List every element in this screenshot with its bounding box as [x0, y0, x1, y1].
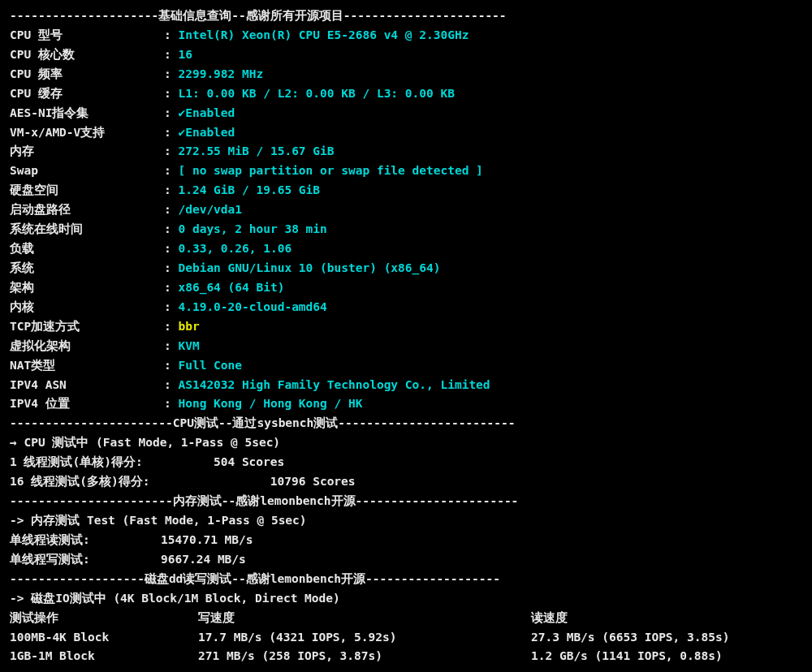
info-row: NAT类型: Full Cone — [10, 356, 802, 376]
info-value: 0.33, 0.26, 1.06 — [178, 242, 292, 255]
info-row: Swap: [ no swap partition or swap file d… — [10, 162, 802, 181]
info-row: 架构: x86_64 (64 Bit) — [10, 278, 802, 298]
colon: : — [164, 378, 178, 391]
disk-test-rows: 100MB-4K Block17.7 MB/s (4321 IOPS, 5.92… — [10, 628, 802, 667]
info-row: 虚拟化架构: KVM — [10, 337, 802, 356]
disk-op: 100MB-4K Block — [10, 628, 198, 648]
colon: : — [164, 281, 178, 294]
info-row: 内核: 4.19.0-20-cloud-amd64 — [10, 298, 802, 317]
basic-info-list: CPU 型号: Intel(R) Xeon(R) CPU E5-2686 v4 … — [10, 26, 802, 414]
colon: : — [164, 397, 178, 410]
check-icon: ✔ — [178, 106, 185, 119]
colon: : — [164, 300, 178, 313]
cpu-test-subheader: → CPU 测试中 (Fast Mode, 1-Pass @ 5sec) — [10, 433, 802, 453]
info-value: [ no swap partition or swap file detecte… — [178, 164, 482, 177]
memory-read-test: 单线程读测试: 15470.71 MB/s — [10, 531, 802, 550]
info-label: 虚拟化架构 — [10, 337, 164, 356]
colon: : — [164, 106, 178, 119]
colon: : — [164, 87, 178, 100]
colon: : — [164, 222, 178, 235]
disk-test-subheader: -> 磁盘IO测试中 (4K Block/1M Block, Direct Mo… — [10, 589, 802, 609]
info-value: 272.55 MiB / 15.67 GiB — [178, 144, 334, 157]
disk-write: 271 MB/s (258 IOPS, 3.87s) — [198, 647, 531, 666]
colon: : — [164, 320, 178, 333]
memory-write-test: 单线程写测试: 9667.24 MB/s — [10, 550, 802, 570]
info-value: Debian GNU/Linux 10 (buster) (x86_64) — [178, 261, 440, 274]
info-label: VM-x/AMD-V支持 — [10, 123, 164, 143]
memory-test-subheader: -> 内存测试 Test (Fast Mode, 1-Pass @ 5sec) — [10, 511, 802, 531]
info-row: CPU 频率: 2299.982 MHz — [10, 65, 802, 84]
info-row: IPV4 位置: Hong Kong / Hong Kong / HK — [10, 394, 802, 414]
info-label: 负载 — [10, 239, 164, 259]
cpu-test-single-thread: 1 线程测试(单核)得分: 504 Scores — [10, 453, 802, 472]
disk-row: 100MB-4K Block17.7 MB/s (4321 IOPS, 5.92… — [10, 628, 802, 648]
info-label: 内核 — [10, 298, 164, 317]
disk-read: 27.3 MB/s (6653 IOPS, 3.85s) — [531, 628, 802, 648]
info-row: 系统在线时间: 0 days, 2 hour 38 min — [10, 220, 802, 239]
info-value: Hong Kong / Hong Kong / HK — [178, 397, 362, 410]
colon: : — [164, 28, 178, 41]
disk-test-table-header: 测试操作 写速度 读速度 — [10, 609, 802, 628]
info-label: NAT类型 — [10, 356, 164, 376]
colon: : — [164, 242, 178, 255]
colon: : — [164, 164, 178, 177]
colon: : — [164, 261, 178, 274]
colon: : — [164, 183, 178, 196]
info-label: TCP加速方式 — [10, 317, 164, 337]
disk-header-write: 写速度 — [198, 609, 531, 628]
info-row: TCP加速方式: bbr — [10, 317, 802, 337]
info-row: CPU 缓存: L1: 0.00 KB / L2: 0.00 KB / L3: … — [10, 84, 802, 104]
info-label: Swap — [10, 162, 164, 181]
info-row: AES-NI指令集: ✔Enabled — [10, 104, 802, 123]
info-value: AS142032 High Family Technology Co., Lim… — [178, 378, 490, 391]
disk-write: 17.7 MB/s (4321 IOPS, 5.92s) — [198, 628, 531, 648]
info-row: 内存: 272.55 MiB / 15.67 GiB — [10, 142, 802, 162]
info-label: CPU 缓存 — [10, 84, 164, 104]
disk-header-read: 读速度 — [531, 609, 802, 628]
info-label: IPV4 位置 — [10, 394, 164, 414]
info-row: CPU 核心数: 16 — [10, 45, 802, 65]
info-value: bbr — [178, 320, 199, 333]
info-row: CPU 型号: Intel(R) Xeon(R) CPU E5-2686 v4 … — [10, 26, 802, 45]
info-value: Enabled — [185, 126, 235, 139]
info-value: 0 days, 2 hour 38 min — [178, 222, 326, 235]
info-row: 负载: 0.33, 0.26, 1.06 — [10, 239, 802, 259]
disk-read: 1.2 GB/s (1141 IOPS, 0.88s) — [531, 647, 802, 666]
info-row: VM-x/AMD-V支持: ✔Enabled — [10, 123, 802, 143]
colon: : — [164, 359, 178, 372]
section-memory-test-header: -----------------------内存测试--感谢lemonbenc… — [10, 492, 802, 511]
info-label: 系统 — [10, 259, 164, 278]
colon: : — [164, 67, 178, 80]
info-label: CPU 型号 — [10, 26, 164, 45]
disk-header-op: 测试操作 — [10, 609, 198, 628]
info-value: 4.19.0-20-cloud-amd64 — [178, 300, 326, 313]
section-disk-test-header: -------------------磁盘dd读写测试--感谢lemonbenc… — [10, 570, 802, 589]
info-value: L1: 0.00 KB / L2: 0.00 KB / L3: 0.00 KB — [178, 87, 454, 100]
info-label: CPU 频率 — [10, 65, 164, 84]
disk-row: 1GB-1M Block271 MB/s (258 IOPS, 3.87s)1.… — [10, 647, 802, 666]
info-value: 1.24 GiB / 19.65 GiB — [178, 183, 320, 196]
info-value: Enabled — [185, 106, 235, 119]
info-row: IPV4 ASN: AS142032 High Family Technolog… — [10, 376, 802, 395]
info-label: IPV4 ASN — [10, 376, 164, 395]
colon: : — [164, 126, 178, 139]
info-label: 架构 — [10, 278, 164, 298]
colon: : — [164, 48, 178, 61]
section-cpu-test-header: -----------------------CPU测试--通过sysbench… — [10, 414, 802, 433]
info-label: 系统在线时间 — [10, 220, 164, 239]
info-label: 硬盘空间 — [10, 181, 164, 200]
section-basic-info-header: ---------------------基础信息查询--感谢所有开源项目---… — [10, 6, 802, 26]
check-icon: ✔ — [178, 126, 185, 139]
cpu-test-multi-thread: 16 线程测试(多核)得分: 10796 Scores — [10, 472, 802, 492]
colon: : — [164, 339, 178, 352]
colon: : — [164, 203, 178, 216]
info-value: /dev/vda1 — [178, 203, 242, 216]
info-label: CPU 核心数 — [10, 45, 164, 65]
info-label: AES-NI指令集 — [10, 104, 164, 123]
info-value: Intel(R) Xeon(R) CPU E5-2686 v4 @ 2.30GH… — [178, 28, 469, 41]
info-row: 系统: Debian GNU/Linux 10 (buster) (x86_64… — [10, 259, 802, 278]
info-row: 启动盘路径: /dev/vda1 — [10, 200, 802, 220]
disk-op: 1GB-1M Block — [10, 647, 198, 666]
info-value: KVM — [178, 339, 199, 352]
colon: : — [164, 144, 178, 157]
